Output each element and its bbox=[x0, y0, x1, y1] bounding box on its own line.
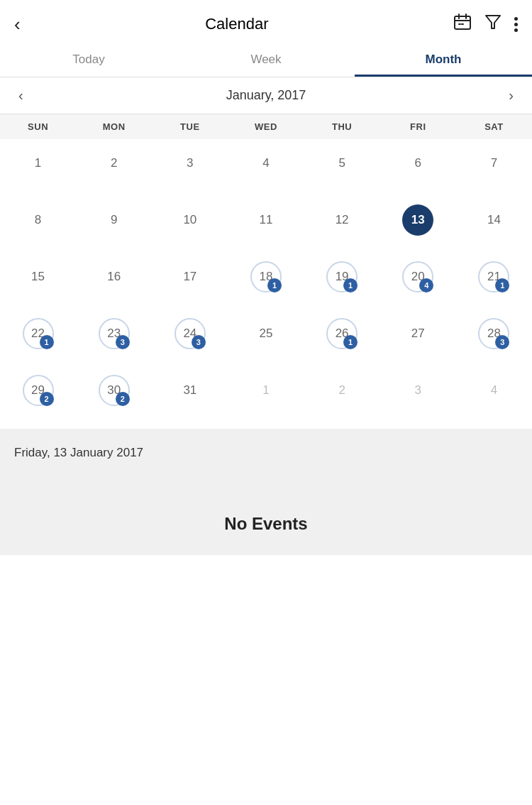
day-cell[interactable]: 6 bbox=[380, 142, 456, 199]
day-number: 4 bbox=[478, 375, 509, 406]
day-cell[interactable]: 302 bbox=[76, 369, 152, 426]
day-cell[interactable]: 16 bbox=[76, 256, 152, 312]
day-number: 25 bbox=[250, 318, 282, 349]
tab-week[interactable]: Week bbox=[177, 43, 355, 77]
filter-icon[interactable] bbox=[484, 13, 501, 35]
tab-today[interactable]: Today bbox=[0, 43, 177, 77]
day-number: 191 bbox=[326, 261, 358, 292]
day-number: 221 bbox=[23, 318, 54, 349]
day-number: 31 bbox=[174, 375, 206, 406]
day-cell[interactable]: 211 bbox=[456, 256, 532, 312]
day-cell[interactable]: 4 bbox=[456, 369, 532, 426]
day-number: 3 bbox=[402, 375, 433, 406]
day-number: 5 bbox=[326, 148, 358, 179]
day-cell[interactable]: 3 bbox=[152, 142, 228, 199]
svg-rect-0 bbox=[455, 16, 470, 29]
day-cell[interactable]: 12 bbox=[304, 199, 380, 256]
prev-month-button[interactable]: ‹ bbox=[11, 84, 31, 106]
day-cell[interactable]: 31 bbox=[152, 369, 228, 426]
day-header-fri: FRI bbox=[380, 121, 456, 132]
event-badge: 1 bbox=[495, 278, 509, 292]
day-number: 2 bbox=[326, 375, 358, 406]
day-cell[interactable]: 1 bbox=[0, 142, 76, 199]
day-number: 6 bbox=[402, 148, 433, 179]
day-cell[interactable]: 2 bbox=[76, 142, 152, 199]
event-badge: 1 bbox=[40, 335, 54, 349]
day-cell[interactable]: 3 bbox=[380, 369, 456, 426]
calendar-grid: 1234567891011121314151617181191204211221… bbox=[0, 139, 532, 429]
day-cell[interactable]: 233 bbox=[76, 312, 152, 369]
day-cell[interactable]: 2 bbox=[304, 369, 380, 426]
day-number: 261 bbox=[326, 318, 358, 349]
day-header-tue: TUE bbox=[152, 121, 228, 132]
day-number: 10 bbox=[174, 204, 206, 236]
day-cell[interactable]: 27 bbox=[380, 312, 456, 369]
day-number: 1 bbox=[250, 375, 282, 406]
day-number: 12 bbox=[326, 204, 358, 236]
day-header-wed: WED bbox=[228, 121, 304, 132]
month-title: January, 2017 bbox=[31, 88, 502, 103]
day-header-thu: THU bbox=[304, 121, 380, 132]
no-events-area: No Events bbox=[0, 493, 532, 555]
tabs: Today Week Month bbox=[0, 43, 532, 77]
day-cell[interactable]: 15 bbox=[0, 256, 76, 312]
day-header-mon: MON bbox=[76, 121, 152, 132]
day-number: 233 bbox=[99, 318, 130, 349]
day-number: 3 bbox=[174, 148, 206, 179]
day-cell[interactable]: 17 bbox=[152, 256, 228, 312]
day-cell[interactable]: 204 bbox=[380, 256, 456, 312]
day-cell[interactable]: 13 bbox=[380, 199, 456, 256]
day-number: 2 bbox=[99, 148, 130, 179]
day-number: 7 bbox=[478, 148, 509, 179]
day-number: 8 bbox=[23, 204, 54, 236]
day-number: 27 bbox=[402, 318, 433, 349]
day-cell[interactable]: 25 bbox=[228, 312, 304, 369]
day-cell[interactable]: 5 bbox=[304, 142, 380, 199]
event-badge: 3 bbox=[192, 335, 206, 349]
day-number: 14 bbox=[478, 204, 509, 236]
day-cell[interactable]: 1 bbox=[228, 369, 304, 426]
selected-date-label: Friday, 13 January 2017 bbox=[14, 446, 143, 459]
day-number: 292 bbox=[23, 375, 54, 406]
day-number: 4 bbox=[250, 148, 282, 179]
day-number: 302 bbox=[99, 375, 130, 406]
day-cell[interactable]: 11 bbox=[228, 199, 304, 256]
month-nav: ‹ January, 2017 › bbox=[0, 77, 532, 114]
day-header-sat: SAT bbox=[456, 121, 532, 132]
day-number: 9 bbox=[99, 204, 130, 236]
day-cell[interactable]: 261 bbox=[304, 312, 380, 369]
event-badge: 1 bbox=[267, 278, 282, 292]
day-number: 181 bbox=[250, 261, 282, 292]
day-cell[interactable]: 7 bbox=[456, 142, 532, 199]
day-cell[interactable]: 191 bbox=[304, 256, 380, 312]
day-cell[interactable]: 221 bbox=[0, 312, 76, 369]
event-badge: 3 bbox=[495, 335, 509, 349]
back-button[interactable]: ‹ bbox=[14, 13, 21, 35]
event-badge: 2 bbox=[116, 392, 130, 406]
day-cell[interactable]: 14 bbox=[456, 199, 532, 256]
tab-month[interactable]: Month bbox=[355, 43, 532, 77]
event-badge: 1 bbox=[343, 335, 358, 349]
day-cell[interactable]: 8 bbox=[0, 199, 76, 256]
event-badge: 3 bbox=[116, 335, 130, 349]
next-month-button[interactable]: › bbox=[501, 84, 521, 106]
day-number: 16 bbox=[99, 261, 130, 292]
no-events-label: No Events bbox=[224, 514, 307, 533]
event-badge: 4 bbox=[419, 278, 433, 292]
header: ‹ Calendar bbox=[0, 0, 532, 43]
event-badge: 1 bbox=[343, 278, 358, 292]
day-cell[interactable]: 181 bbox=[228, 256, 304, 312]
day-cell[interactable]: 10 bbox=[152, 199, 228, 256]
day-cell[interactable]: 292 bbox=[0, 369, 76, 426]
day-cell[interactable]: 243 bbox=[152, 312, 228, 369]
day-number: 17 bbox=[174, 261, 206, 292]
day-number: 204 bbox=[402, 261, 433, 292]
calendar-icon[interactable] bbox=[453, 13, 472, 35]
day-cell[interactable]: 283 bbox=[456, 312, 532, 369]
day-cell[interactable]: 9 bbox=[76, 199, 152, 256]
day-cell[interactable]: 4 bbox=[228, 142, 304, 199]
header-icons bbox=[453, 13, 518, 35]
page-title: Calendar bbox=[21, 15, 453, 33]
selected-date-area: Friday, 13 January 2017 bbox=[0, 429, 532, 493]
more-options-icon[interactable] bbox=[514, 17, 518, 32]
